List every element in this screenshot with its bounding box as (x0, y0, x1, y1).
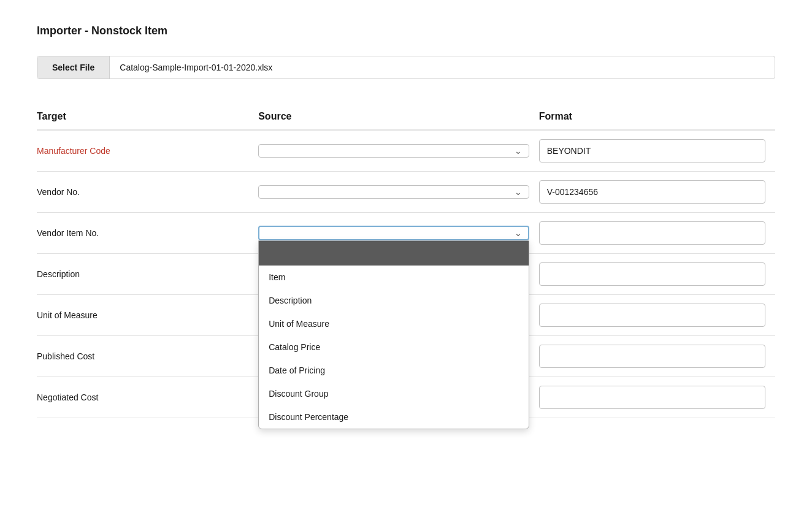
page-title: Importer - Nonstock Item (37, 25, 775, 37)
column-header-source: Source (258, 104, 539, 130)
source-dropdown-menu: ItemDescriptionUnit of MeasureCatalog Pr… (258, 240, 529, 429)
format-input-vendor-no[interactable] (539, 180, 765, 204)
target-label-description: Description (37, 269, 80, 279)
format-input-unit-of-measure[interactable] (539, 304, 765, 327)
format-input-vendor-item-no[interactable] (539, 221, 765, 245)
dropdown-item-date-of-pricing[interactable]: Date of Pricing (259, 359, 529, 382)
dropdown-item-item[interactable]: Item (259, 266, 529, 289)
source-select-vendor-item-no[interactable] (258, 226, 529, 240)
dropdown-item-discount-group[interactable]: Discount Group (259, 382, 529, 405)
dropdown-header-bar (259, 241, 529, 266)
dropdown-item-discount-percentage[interactable]: Discount Percentage (259, 405, 529, 429)
source-select-manufacturer-code[interactable] (258, 144, 529, 158)
column-header-target: Target (37, 104, 258, 130)
select-file-button[interactable]: Select File (37, 56, 110, 78)
mapping-table: Target Source Format Manufacturer Code⌄V… (37, 104, 775, 418)
dropdown-item-catalog-price[interactable]: Catalog Price (259, 335, 529, 359)
file-name-display: Catalog-Sample-Import-01-01-2020.xlsx (110, 56, 775, 78)
dropdown-item-unit-of-measure[interactable]: Unit of Measure (259, 312, 529, 335)
table-row: Vendor No.⌄ (37, 172, 775, 213)
source-select-vendor-no[interactable] (258, 185, 529, 199)
format-input-published-cost[interactable] (539, 345, 765, 368)
table-row: Manufacturer Code⌄ (37, 130, 775, 172)
target-label-negotiated-cost: Negotiated Cost (37, 392, 98, 402)
target-label-manufacturer-code: Manufacturer Code (37, 146, 110, 156)
source-dropdown-container-vendor-item-no: ⌄ItemDescriptionUnit of MeasureCatalog P… (258, 226, 529, 240)
target-label-vendor-no: Vendor No. (37, 187, 80, 197)
target-label-published-cost: Published Cost (37, 351, 94, 361)
format-input-description[interactable] (539, 262, 765, 286)
target-label-vendor-item-no: Vendor Item No. (37, 228, 99, 238)
format-input-manufacturer-code[interactable] (539, 139, 765, 162)
file-select-row: Select File Catalog-Sample-Import-01-01-… (37, 56, 775, 79)
format-input-negotiated-cost[interactable] (539, 386, 765, 409)
target-label-unit-of-measure: Unit of Measure (37, 310, 98, 320)
column-header-format: Format (539, 104, 775, 130)
table-row: Vendor Item No.⌄ItemDescriptionUnit of M… (37, 213, 775, 254)
dropdown-item-description[interactable]: Description (259, 289, 529, 312)
